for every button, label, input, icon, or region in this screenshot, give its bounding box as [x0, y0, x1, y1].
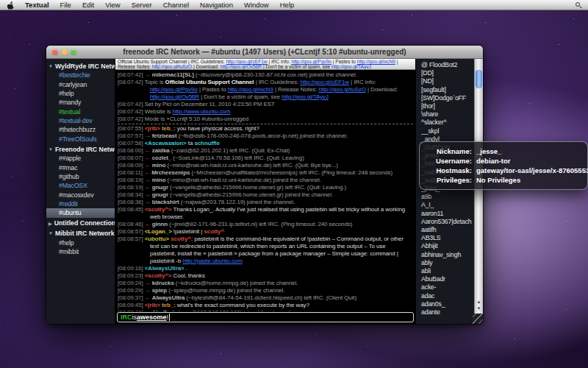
message-input[interactable]: IRC is awesome!	[117, 312, 414, 322]
sidebar-item-carlyjean[interactable]: #carlyjean	[46, 79, 115, 88]
user-list-item[interactable]: Aaron5367|detach	[421, 218, 472, 226]
user-list-item[interactable]: AB3LS	[421, 234, 472, 242]
network-header-freenode-irc-network[interactable]: ▼Freenode IRC Network	[46, 144, 115, 154]
sidebar-item-TreeOfSouls[interactable]: #TreeOfSouls	[46, 135, 115, 144]
window-title-bar[interactable]: freenode IRC Network — #ubuntu (1497 Use…	[46, 46, 483, 59]
sidebar-item-mac[interactable]: ##mac	[46, 163, 115, 171]
user-list-item[interactable]: abhinav_singh	[421, 251, 472, 259]
user-list-item[interactable]: AbuBadr	[421, 275, 472, 283]
tooltip-label: Username:	[426, 156, 472, 166]
user-list-item[interactable]: [segfault]	[421, 86, 472, 94]
scrollbar-arrows[interactable]: ▲ ▼	[475, 299, 483, 312]
sidebar-item-MacOSX[interactable]: #MacOSX	[46, 181, 115, 190]
topic-link[interactable]: http://goo.gl/cEF1w	[226, 59, 267, 64]
user-list-item[interactable]: [thor]	[421, 102, 472, 110]
disclosure-closed-icon[interactable]: ▶	[49, 221, 52, 226]
message-segment-sn: gnugr	[152, 184, 168, 191]
sidebar-item-thetechbuzz[interactable]: #thetechbuzz	[46, 125, 115, 134]
sidebar-item-github[interactable]: #github	[46, 172, 115, 181]
menu-channel[interactable]: Channel	[163, 1, 189, 9]
network-header-wyldryde-irc-network[interactable]: ▼WyldRyde IRC Network	[46, 60, 115, 71]
topic-link[interactable]: http://goo.gl/TAyvJ	[331, 64, 371, 69]
network-header-mibbit-irc-network[interactable]: ▼Mibbit IRC Network	[46, 228, 115, 238]
menu-window[interactable]: Window	[244, 1, 269, 9]
message-link[interactable]: http://goo.gl/tuSzO	[318, 86, 365, 93]
user-list-item[interactable]: [ND]	[421, 77, 472, 85]
sidebar-item-textual-dev[interactable]: #textual-dev	[46, 116, 115, 125]
message-segment-ts: [08:09:24]	[118, 280, 143, 286]
sidebar-item-help[interactable]: #help	[46, 89, 115, 98]
user-list-item[interactable]: @ FloodBot2	[421, 61, 472, 69]
message-link[interactable]: http://www.ubuntu.com	[173, 108, 231, 115]
user-list-item[interactable]: __skpl	[421, 127, 472, 135]
user-list-item[interactable]: [DD]	[421, 69, 472, 77]
network-header-untitled-connection[interactable]: ▶Untitled Connection	[46, 218, 115, 228]
sidebar-item-mibbit[interactable]: #mibbit	[46, 247, 115, 256]
sidebar-item-apple[interactable]: ##apple	[46, 154, 115, 163]
menu-server[interactable]: Server	[132, 1, 152, 9]
zoom-button[interactable]	[71, 49, 76, 55]
sidebar-item-besttechie[interactable]: #besttechie	[46, 71, 115, 79]
user-list-item[interactable]: abli	[421, 267, 472, 275]
user-list-item[interactable]: adac	[421, 292, 472, 300]
minimize-button[interactable]	[62, 49, 68, 55]
close-button[interactable]	[52, 49, 58, 55]
scrollbar-thumb[interactable]	[476, 70, 482, 88]
message-segment-w: .	[186, 265, 187, 272]
menu-help[interactable]: Help	[280, 1, 295, 9]
disclosure-open-icon[interactable]: ▼	[49, 64, 53, 68]
message-link[interactable]: http://goo.gl/Ov56R	[150, 93, 199, 100]
sidebar-item-mandy[interactable]: #mandy	[46, 98, 115, 107]
sidebar-item-ubuntu[interactable]: #ubuntu	[46, 208, 115, 217]
user-list-item[interactable]: A_I_	[421, 201, 472, 209]
sidebar-item-macosxdev[interactable]: #macosxdev	[46, 191, 115, 199]
chat-message: [08:08:09] ← mino (~mino@nat-wh-hadi.rz.…	[118, 162, 413, 169]
user-list-item[interactable]: aaron11	[421, 210, 472, 218]
message-link[interactable]: http://paste.ubuntu.com	[182, 258, 242, 264]
user-list-item[interactable]: ably	[421, 259, 472, 267]
message-link[interactable]: http://goo.gl/TAyvJ	[282, 93, 329, 100]
message-segment-w: what's the exact command you execute by …	[177, 302, 309, 308]
user-list-item[interactable]: ^slacker^	[421, 118, 472, 127]
user-list-item[interactable]: adante	[421, 308, 472, 316]
chat-message-area[interactable]: [08:07:42] → mikemac11[SL] (~discovery@i…	[115, 70, 415, 311]
spotlight-search-icon[interactable]	[576, 2, 581, 8]
menu-edit[interactable]: Edit	[82, 1, 94, 9]
sidebar-item-help[interactable]: #help	[46, 238, 115, 247]
user-list-item[interactable]: [SW]Dodge`oFF	[421, 94, 472, 102]
menu-textual[interactable]: Textual	[25, 1, 49, 9]
topic-link[interactable]: http://goo.gl/Ov56R	[220, 64, 262, 69]
topic-link[interactable]: http://goo.gl/tuSzO	[152, 64, 192, 69]
user-list-item[interactable]: adan0s_	[421, 300, 472, 308]
disclosure-open-icon[interactable]: ▼	[49, 231, 53, 236]
message-link[interactable]: http://goo.gl/Pgv9o	[150, 86, 198, 93]
topic-link[interactable]: http://goo.gl/ixcN9	[357, 59, 396, 64]
menu-file[interactable]: File	[60, 1, 71, 9]
message-segment-sys: (~zaid@62.201.202.1) left IRC. (Quit: Ex…	[171, 147, 290, 154]
user-list-item[interactable]: acke-	[421, 283, 472, 291]
menu-view[interactable]: View	[105, 1, 120, 9]
message-segment-no: <ubottu>	[145, 236, 169, 242]
message-segment-sn: cozlet_	[152, 155, 171, 161]
textual-irc-window: freenode IRC Network — #ubuntu (1497 Use…	[46, 46, 483, 324]
user-list-item[interactable]: Abhijit	[421, 242, 472, 250]
topic-link[interactable]: http://goo.gl/Pgv9o	[291, 59, 331, 64]
network-name: Mibbit IRC Network	[55, 230, 115, 237]
scroll-up-icon: ▲	[475, 299, 483, 305]
message-segment-sn: spiep	[152, 287, 167, 294]
apple-menu-icon[interactable]	[7, 1, 14, 10]
sidebar-item-reddit[interactable]: #reddit	[46, 199, 115, 208]
message-segment-mn: teb_:	[162, 302, 176, 308]
message-segment-ts: [08:08:36]	[118, 199, 143, 205]
user-list-item[interactable]: \share	[421, 110, 472, 118]
sidebar-item-textual[interactable]: #textual	[46, 107, 115, 116]
message-link[interactable]: http://goo.gl/cEF1w	[300, 79, 349, 85]
menu-navigation[interactable]: Navigation	[200, 1, 233, 9]
window-resize-grip[interactable]	[473, 314, 483, 324]
disclosure-open-icon[interactable]: ▼	[49, 147, 53, 152]
message-segment-ts: [08:08:11]	[118, 169, 143, 176]
user-list-item[interactable]: aatifh	[421, 226, 472, 234]
chat-message: [08:09:37] ← AlwaysUltra (~byteshift@84-…	[118, 294, 413, 302]
user-list-item[interactable]: a9b	[421, 193, 472, 201]
message-link[interactable]: http://goo.gl/ixcN9	[228, 86, 273, 93]
